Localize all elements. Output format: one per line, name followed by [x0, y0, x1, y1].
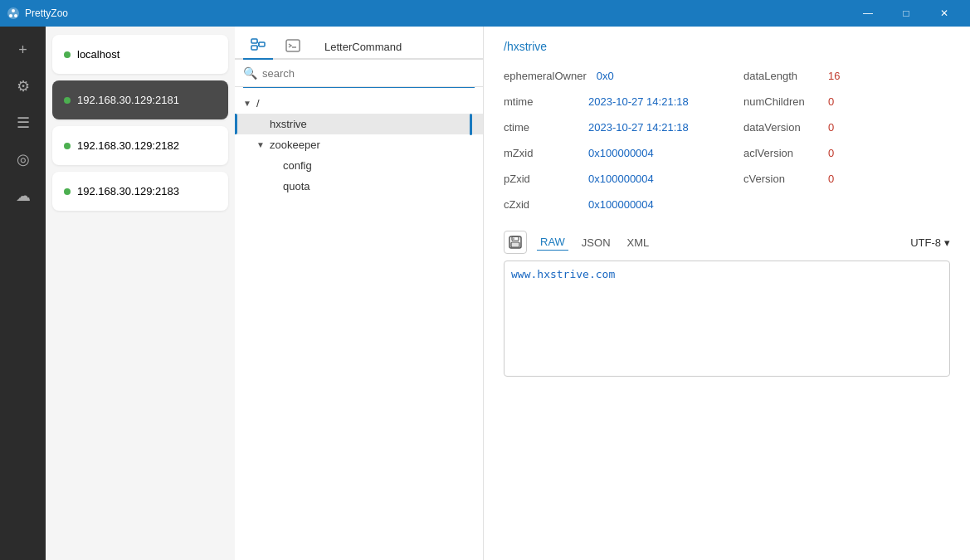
selected-indicator — [235, 114, 237, 134]
svg-point-3 — [14, 14, 17, 17]
encoding-select[interactable]: UTF-8 ▾ — [910, 236, 950, 249]
maximize-button[interactable]: □ — [887, 0, 925, 27]
search-bar: 🔍 — [235, 60, 483, 87]
server-list: localhost 192.168.30.129:2181 192.168.30… — [46, 27, 235, 560]
titlebar: PrettyZoo — □ ✕ — [0, 0, 970, 27]
meta-val-dataLength: 16 — [828, 70, 840, 82]
meta-key-dataVersion: dataVersion — [743, 121, 818, 134]
node-path: /hxstrive — [504, 40, 950, 53]
tree-view-tab[interactable] — [243, 33, 273, 60]
save-button[interactable] — [504, 231, 527, 254]
tree-node-zookeeper[interactable]: ▼ zookeeper — [235, 134, 483, 155]
meta-key-numChildren: numChildren — [743, 95, 818, 108]
meta-pZxid: pZxid 0x100000004 — [504, 173, 710, 185]
format-xml-button[interactable]: XML — [624, 235, 653, 251]
server-item-2183[interactable]: 192.168.30.129:2183 — [52, 172, 228, 211]
meta-dataVersion: dataVersion 0 — [743, 121, 950, 134]
svg-rect-5 — [251, 46, 257, 50]
meta-placeholder — [743, 198, 950, 211]
meta-val-cZxid: 0x100000004 — [588, 198, 654, 211]
meta-mtime: mtime 2023-10-27 14:21:18 — [504, 95, 710, 108]
svg-rect-6 — [259, 42, 265, 46]
meta-val-mtime: 2023-10-27 14:21:18 — [588, 95, 689, 108]
server-item-2182[interactable]: 192.168.30.129:2182 — [52, 126, 228, 165]
tree-node-quota[interactable]: quota — [235, 176, 483, 197]
titlebar-controls: — □ ✕ — [849, 0, 963, 27]
server-status-dot — [64, 188, 71, 195]
svg-rect-4 — [251, 39, 257, 43]
server-item-localhost[interactable]: localhost — [52, 35, 228, 74]
list-icon[interactable]: ☰ — [7, 106, 40, 139]
detail-panel: /hxstrive ephemeralOwner 0x0 dataLength … — [484, 27, 970, 560]
meta-key-pZxid: pZxid — [504, 173, 578, 185]
tree-label-config: config — [283, 159, 312, 172]
meta-val-aclVersion: 0 — [828, 147, 834, 159]
server-name-2183: 192.168.30.129:2183 — [77, 185, 179, 197]
meta-val-numChildren: 0 — [828, 95, 834, 108]
tree-node-root[interactable]: ▼ / — [235, 93, 483, 114]
meta-key-mtime: mtime — [504, 95, 578, 108]
tab-bar: LetterCommand — [235, 27, 483, 60]
close-button[interactable]: ✕ — [925, 0, 963, 27]
tree-node-hxstrive[interactable]: hxstrive — [235, 114, 483, 134]
server-name-localhost: localhost — [77, 48, 119, 61]
search-input[interactable] — [262, 67, 475, 80]
meta-val-dataVersion: 0 — [828, 121, 834, 134]
tree-tab-icon — [251, 38, 266, 53]
tree-label-zookeeper: zookeeper — [270, 139, 320, 151]
letter-command-tab[interactable]: LetterCommand — [313, 36, 413, 60]
cloud-icon[interactable]: ☁ — [7, 179, 40, 212]
server-name-2181: 192.168.30.129:2181 — [77, 94, 179, 106]
titlebar-left: PrettyZoo — [7, 7, 68, 20]
meta-key-ctime: ctime — [504, 121, 578, 134]
meta-key-cVersion: cVersion — [743, 173, 818, 185]
minimize-button[interactable]: — — [849, 0, 887, 27]
svg-point-1 — [12, 9, 15, 12]
globe-icon[interactable]: ◎ — [7, 143, 40, 176]
data-content[interactable]: www.hxstrive.com — [504, 261, 950, 377]
tree-label-hxstrive: hxstrive — [270, 118, 307, 130]
meta-val-ephemeralOwner: 0x0 — [597, 70, 614, 82]
save-icon — [509, 236, 522, 249]
node-meta: ephemeralOwner 0x0 dataLength 16 mtime 2… — [504, 70, 950, 211]
terminal-tab[interactable] — [278, 33, 308, 60]
server-item-2181[interactable]: 192.168.30.129:2181 — [52, 80, 228, 119]
tree-label-quota: quota — [283, 180, 310, 192]
format-json-button[interactable]: JSON — [578, 235, 614, 251]
main-layout: + ⚙ ☰ ◎ ☁ localhost 192.168.30.129:2181 … — [0, 27, 970, 560]
meta-key-aclVersion: aclVersion — [743, 147, 818, 159]
meta-key-cZxid: cZxid — [504, 198, 578, 211]
server-status-dot — [64, 143, 71, 149]
svg-rect-13 — [511, 242, 519, 247]
svg-point-2 — [9, 14, 12, 17]
add-icon[interactable]: + — [7, 33, 40, 66]
format-raw-button[interactable]: RAW — [537, 234, 568, 251]
server-name-2182: 192.168.30.129:2182 — [77, 139, 179, 152]
tree-arrow-root: ▼ — [243, 99, 253, 108]
meta-key-mZxid: mZxid — [504, 147, 578, 159]
meta-ephemeralOwner: ephemeralOwner 0x0 — [504, 70, 710, 82]
search-icon: 🔍 — [243, 66, 257, 80]
meta-ctime: ctime 2023-10-27 14:21:18 — [504, 121, 710, 134]
meta-cVersion: cVersion 0 — [743, 173, 950, 185]
tree-panel: LetterCommand 🔍 ▼ / hxstrive ▼ zookeeper — [235, 27, 484, 560]
svg-rect-9 — [286, 40, 300, 51]
sidebar: + ⚙ ☰ ◎ ☁ — [0, 27, 46, 560]
server-status-dot — [64, 51, 71, 58]
meta-val-cVersion: 0 — [828, 173, 834, 185]
tree-arrow-zookeeper: ▼ — [256, 140, 266, 149]
meta-numChildren: numChildren 0 — [743, 95, 950, 108]
tree-view: ▼ / hxstrive ▼ zookeeper config quota — [235, 88, 483, 560]
meta-key-dataLength: dataLength — [743, 70, 818, 82]
tree-label-root: / — [256, 97, 260, 110]
meta-val-pZxid: 0x100000004 — [588, 173, 654, 185]
meta-cZxid: cZxid 0x100000004 — [504, 198, 710, 211]
terminal-tab-icon — [285, 38, 300, 53]
meta-dataLength: dataLength 16 — [743, 70, 950, 82]
app-title: PrettyZoo — [25, 7, 68, 19]
meta-val-mZxid: 0x100000004 — [588, 147, 654, 159]
tree-node-config[interactable]: config — [235, 155, 483, 176]
settings-icon[interactable]: ⚙ — [7, 70, 40, 103]
meta-aclVersion: aclVersion 0 — [743, 147, 950, 159]
meta-key-ephemeralOwner: ephemeralOwner — [504, 70, 587, 82]
